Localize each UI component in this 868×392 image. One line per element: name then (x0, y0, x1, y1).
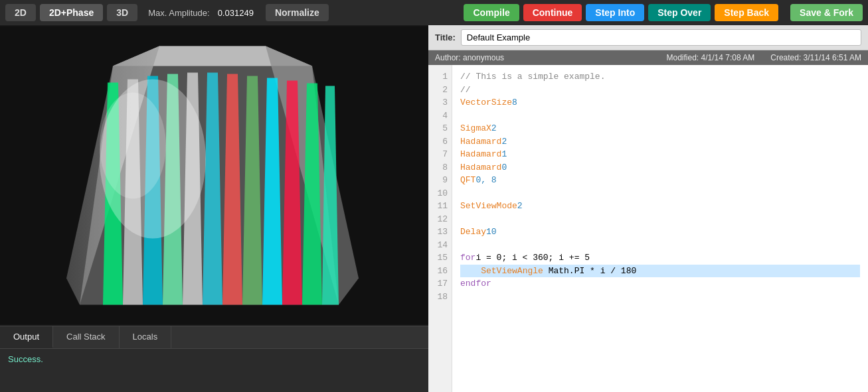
tab-call-stack[interactable]: Call Stack (53, 326, 120, 348)
title-bar: Title: (428, 25, 868, 50)
code-line-4 (460, 109, 860, 123)
code-line-8: Hadamard 0 (460, 161, 860, 174)
code-line-3: VectorSize 8 (460, 96, 860, 109)
btn-step-back[interactable]: Step Back (715, 4, 778, 21)
created-text: Created: 3/11/14 6:51 AM (770, 53, 861, 62)
btn-continue[interactable]: Continue (523, 4, 582, 21)
svg-point-18 (100, 93, 166, 199)
output-message: Success. (8, 354, 43, 364)
btn-step-over[interactable]: Step Over (648, 4, 711, 21)
code-line-10 (460, 187, 860, 200)
code-line-11: SetViewMode 2 (460, 200, 860, 213)
btn-compile[interactable]: Compile (464, 4, 519, 21)
bottom-panel: Output Call Stack Locals Success. (0, 326, 428, 392)
btn-step-into[interactable]: Step Into (586, 4, 644, 21)
code-editor[interactable]: 1 2 3 4 5 6 7 8 9 10 11 12 13 14 15 16 1… (428, 65, 868, 392)
code-line-5: SigmaX 2 (460, 122, 860, 135)
visualization-area (0, 25, 428, 326)
code-line-12 (460, 213, 860, 226)
code-line-13: Delay 10 (460, 226, 860, 239)
code-line-2: // (460, 84, 860, 97)
code-line-18 (460, 291, 860, 304)
main-content: Output Call Stack Locals Success. Title:… (0, 25, 868, 392)
code-line-1: // This is a simple example. (460, 70, 860, 84)
title-input[interactable] (461, 29, 861, 46)
right-panel: Title: Author: anonymous Modified: 4/1/1… (428, 25, 868, 392)
btn-3d[interactable]: 3D (107, 4, 137, 21)
toolbar: 2D 2D+Phase 3D Max. Amplitude: 0.031249 … (0, 0, 868, 25)
btn-2d-phase[interactable]: 2D+Phase (40, 4, 103, 21)
author-text: Author: anonymous (435, 53, 504, 62)
code-line-9: QFT 0, 8 (460, 174, 860, 187)
amplitude-prefix: Max. Amplitude: (148, 8, 210, 18)
modified-text: Modified: 4/1/14 7:08 AM (666, 53, 754, 62)
line-numbers: 1 2 3 4 5 6 7 8 9 10 11 12 13 14 15 16 1… (428, 65, 452, 392)
tab-output[interactable]: Output (0, 326, 53, 348)
code-line-15: for i = 0; i < 360; i += 5 (460, 251, 860, 265)
amplitude-value: 0.031249 (218, 8, 254, 18)
code-line-17: endfor (460, 277, 860, 291)
btn-save-fork[interactable]: Save & Fork (790, 4, 863, 21)
code-line-6: Hadamard 2 (460, 135, 860, 149)
code-line-16: SetViewAngle Math.PI * i / 180 (460, 265, 860, 278)
tab-locals[interactable]: Locals (120, 326, 172, 348)
output-content: Success. (0, 349, 428, 369)
btn-2d[interactable]: 2D (5, 4, 36, 21)
tabs-row: Output Call Stack Locals (0, 326, 428, 349)
code-content: // This is a simple example. // VectorSi… (452, 65, 868, 392)
btn-normalize[interactable]: Normalize (266, 4, 329, 21)
title-label: Title: (435, 33, 456, 42)
code-line-7: Hadamard 1 (460, 148, 860, 161)
code-line-14 (460, 239, 860, 252)
left-panel: Output Call Stack Locals Success. (0, 25, 428, 392)
meta-bar: Author: anonymous Modified: 4/1/14 7:08 … (428, 50, 868, 65)
